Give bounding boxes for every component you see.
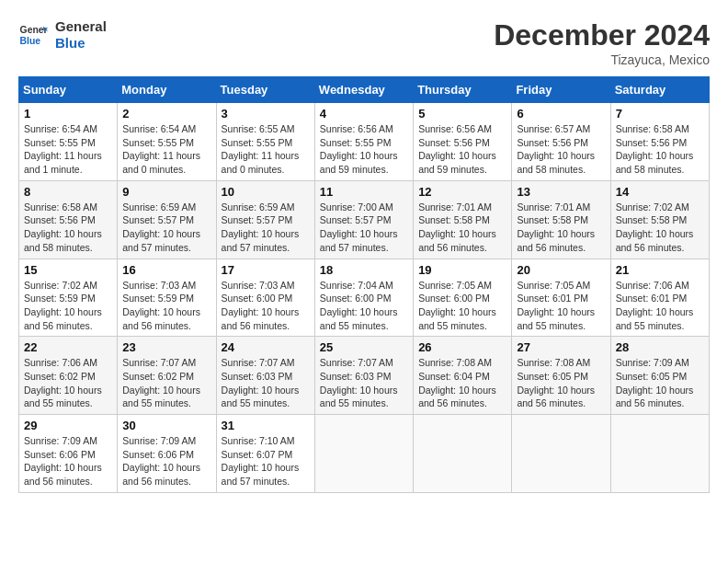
calendar-cell bbox=[314, 415, 413, 493]
calendar-cell: 13Sunrise: 7:01 AM Sunset: 5:58 PM Dayli… bbox=[512, 180, 610, 259]
calendar-cell: 30Sunrise: 7:09 AM Sunset: 6:06 PM Dayli… bbox=[118, 415, 216, 493]
calendar-cell bbox=[414, 415, 512, 493]
day-info: Sunrise: 7:03 AM Sunset: 5:59 PM Dayligh… bbox=[122, 279, 210, 333]
day-info: Sunrise: 6:57 AM Sunset: 5:56 PM Dayligh… bbox=[517, 122, 605, 177]
day-number: 9 bbox=[122, 185, 210, 199]
logo-icon: General Blue bbox=[18, 20, 48, 50]
day-number: 21 bbox=[616, 263, 704, 277]
day-number: 27 bbox=[517, 340, 605, 354]
day-number: 13 bbox=[517, 185, 605, 199]
calendar-cell: 22Sunrise: 7:06 AM Sunset: 6:02 PM Dayli… bbox=[19, 337, 118, 415]
day-info: Sunrise: 6:59 AM Sunset: 5:57 PM Dayligh… bbox=[222, 201, 310, 255]
day-info: Sunrise: 7:00 AM Sunset: 5:57 PM Dayligh… bbox=[320, 201, 408, 255]
calendar-cell: 2Sunrise: 6:54 AM Sunset: 5:55 PM Daylig… bbox=[118, 103, 216, 181]
logo-general: General bbox=[55, 18, 107, 35]
calendar-cell: 8Sunrise: 6:58 AM Sunset: 5:56 PM Daylig… bbox=[19, 180, 118, 259]
calendar-cell: 31Sunrise: 7:10 AM Sunset: 6:07 PM Dayli… bbox=[216, 415, 314, 493]
day-number: 3 bbox=[222, 107, 310, 121]
calendar-cell: 12Sunrise: 7:01 AM Sunset: 5:58 PM Dayli… bbox=[414, 180, 512, 259]
day-info: Sunrise: 7:04 AM Sunset: 6:00 PM Dayligh… bbox=[320, 279, 408, 333]
day-info: Sunrise: 6:58 AM Sunset: 5:56 PM Dayligh… bbox=[616, 122, 704, 177]
calendar-cell: 23Sunrise: 7:07 AM Sunset: 6:02 PM Dayli… bbox=[118, 337, 216, 415]
weekday-header: Sunday bbox=[19, 77, 118, 103]
day-number: 6 bbox=[517, 107, 605, 121]
header: General Blue General Blue December 2024 … bbox=[18, 18, 710, 67]
day-number: 16 bbox=[122, 263, 210, 277]
day-number: 22 bbox=[24, 340, 112, 354]
calendar-cell: 1Sunrise: 6:54 AM Sunset: 5:55 PM Daylig… bbox=[19, 103, 118, 181]
calendar-cell: 16Sunrise: 7:03 AM Sunset: 5:59 PM Dayli… bbox=[118, 259, 216, 337]
day-number: 20 bbox=[517, 263, 605, 277]
day-info: Sunrise: 6:54 AM Sunset: 5:55 PM Dayligh… bbox=[24, 122, 112, 177]
day-info: Sunrise: 7:05 AM Sunset: 6:01 PM Dayligh… bbox=[517, 279, 605, 333]
logo: General Blue General Blue bbox=[18, 18, 107, 52]
day-info: Sunrise: 7:09 AM Sunset: 6:06 PM Dayligh… bbox=[122, 434, 210, 488]
day-number: 29 bbox=[24, 419, 112, 432]
location: Tizayuca, Mexico bbox=[494, 52, 710, 67]
day-info: Sunrise: 7:10 AM Sunset: 6:07 PM Dayligh… bbox=[222, 434, 310, 488]
weekday-header: Monday bbox=[118, 77, 216, 103]
calendar-cell: 20Sunrise: 7:05 AM Sunset: 6:01 PM Dayli… bbox=[512, 259, 610, 337]
day-info: Sunrise: 6:58 AM Sunset: 5:56 PM Dayligh… bbox=[24, 201, 112, 255]
weekday-header: Tuesday bbox=[216, 77, 314, 103]
day-number: 15 bbox=[24, 263, 112, 277]
day-number: 19 bbox=[418, 263, 506, 277]
svg-text:Blue: Blue bbox=[20, 36, 41, 46]
day-number: 26 bbox=[418, 340, 506, 354]
day-info: Sunrise: 6:56 AM Sunset: 5:56 PM Dayligh… bbox=[418, 122, 506, 177]
calendar-cell: 25Sunrise: 7:07 AM Sunset: 6:03 PM Dayli… bbox=[314, 337, 413, 415]
day-number: 28 bbox=[616, 340, 704, 354]
weekday-header: Wednesday bbox=[314, 77, 413, 103]
day-number: 8 bbox=[24, 185, 112, 199]
day-number: 5 bbox=[418, 107, 506, 121]
day-number: 25 bbox=[320, 340, 408, 354]
day-info: Sunrise: 7:08 AM Sunset: 6:05 PM Dayligh… bbox=[517, 356, 605, 410]
calendar-cell: 14Sunrise: 7:02 AM Sunset: 5:58 PM Dayli… bbox=[610, 180, 709, 259]
weekday-header: Thursday bbox=[414, 77, 512, 103]
day-info: Sunrise: 7:02 AM Sunset: 5:58 PM Dayligh… bbox=[616, 201, 704, 255]
calendar-cell: 26Sunrise: 7:08 AM Sunset: 6:04 PM Dayli… bbox=[414, 337, 512, 415]
calendar-cell: 15Sunrise: 7:02 AM Sunset: 5:59 PM Dayli… bbox=[19, 259, 118, 337]
day-info: Sunrise: 7:02 AM Sunset: 5:59 PM Dayligh… bbox=[24, 279, 112, 333]
day-info: Sunrise: 7:06 AM Sunset: 6:01 PM Dayligh… bbox=[616, 279, 704, 333]
calendar-cell: 10Sunrise: 6:59 AM Sunset: 5:57 PM Dayli… bbox=[216, 180, 314, 259]
day-info: Sunrise: 7:01 AM Sunset: 5:58 PM Dayligh… bbox=[517, 201, 605, 255]
day-info: Sunrise: 7:07 AM Sunset: 6:02 PM Dayligh… bbox=[122, 356, 210, 410]
day-info: Sunrise: 6:56 AM Sunset: 5:55 PM Dayligh… bbox=[320, 122, 408, 177]
calendar-cell: 21Sunrise: 7:06 AM Sunset: 6:01 PM Dayli… bbox=[610, 259, 709, 337]
day-info: Sunrise: 6:54 AM Sunset: 5:55 PM Dayligh… bbox=[122, 122, 210, 177]
calendar-cell: 4Sunrise: 6:56 AM Sunset: 5:55 PM Daylig… bbox=[314, 103, 413, 181]
weekday-header: Saturday bbox=[610, 77, 709, 103]
day-number: 11 bbox=[320, 185, 408, 199]
day-info: Sunrise: 7:03 AM Sunset: 6:00 PM Dayligh… bbox=[222, 279, 310, 333]
day-number: 1 bbox=[24, 107, 112, 121]
day-info: Sunrise: 7:01 AM Sunset: 5:58 PM Dayligh… bbox=[418, 201, 506, 255]
calendar-cell: 27Sunrise: 7:08 AM Sunset: 6:05 PM Dayli… bbox=[512, 337, 610, 415]
day-number: 17 bbox=[222, 263, 310, 277]
day-number: 7 bbox=[616, 107, 704, 121]
calendar-cell: 5Sunrise: 6:56 AM Sunset: 5:56 PM Daylig… bbox=[414, 103, 512, 181]
day-number: 18 bbox=[320, 263, 408, 277]
calendar-cell: 29Sunrise: 7:09 AM Sunset: 6:06 PM Dayli… bbox=[19, 415, 118, 493]
month-title: December 2024 bbox=[494, 18, 710, 52]
calendar-cell: 6Sunrise: 6:57 AM Sunset: 5:56 PM Daylig… bbox=[512, 103, 610, 181]
day-info: Sunrise: 6:59 AM Sunset: 5:57 PM Dayligh… bbox=[122, 201, 210, 255]
day-number: 10 bbox=[222, 185, 310, 199]
calendar-table: SundayMondayTuesdayWednesdayThursdayFrid… bbox=[18, 76, 710, 493]
calendar-cell: 11Sunrise: 7:00 AM Sunset: 5:57 PM Dayli… bbox=[314, 180, 413, 259]
calendar-cell bbox=[610, 415, 709, 493]
day-number: 30 bbox=[122, 419, 210, 432]
calendar-cell: 9Sunrise: 6:59 AM Sunset: 5:57 PM Daylig… bbox=[118, 180, 216, 259]
day-info: Sunrise: 7:07 AM Sunset: 6:03 PM Dayligh… bbox=[320, 356, 408, 410]
day-info: Sunrise: 7:07 AM Sunset: 6:03 PM Dayligh… bbox=[222, 356, 310, 410]
day-info: Sunrise: 7:06 AM Sunset: 6:02 PM Dayligh… bbox=[24, 356, 112, 410]
weekday-header: Friday bbox=[512, 77, 610, 103]
calendar-cell bbox=[512, 415, 610, 493]
day-number: 23 bbox=[122, 340, 210, 354]
day-info: Sunrise: 7:09 AM Sunset: 6:06 PM Dayligh… bbox=[24, 434, 112, 488]
day-number: 14 bbox=[616, 185, 704, 199]
calendar-cell: 19Sunrise: 7:05 AM Sunset: 6:00 PM Dayli… bbox=[414, 259, 512, 337]
day-number: 31 bbox=[222, 419, 310, 432]
calendar-cell: 24Sunrise: 7:07 AM Sunset: 6:03 PM Dayli… bbox=[216, 337, 314, 415]
calendar-cell: 17Sunrise: 7:03 AM Sunset: 6:00 PM Dayli… bbox=[216, 259, 314, 337]
